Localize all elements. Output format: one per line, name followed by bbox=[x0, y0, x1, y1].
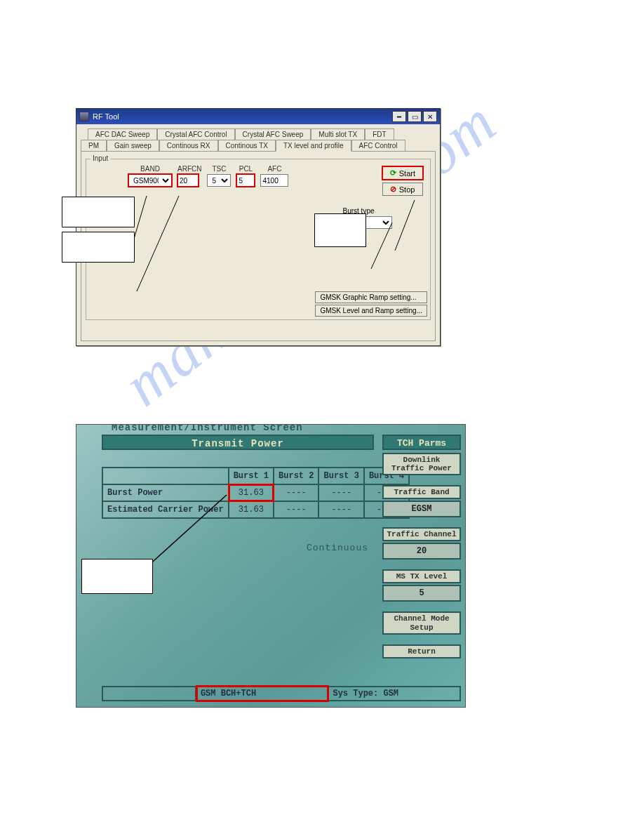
softkey-traffic-band[interactable]: Traffic Band bbox=[382, 485, 461, 499]
tab-afc-dac-sweep[interactable]: AFC DAC Sweep bbox=[88, 128, 157, 140]
tab-tx-level-profile[interactable]: TX level and profile bbox=[276, 140, 351, 152]
softkey-dl-traffic-power[interactable]: Downlink Traffic Power bbox=[382, 453, 461, 475]
softkey-return[interactable]: Return bbox=[382, 644, 461, 658]
tsc-select[interactable]: 5 bbox=[207, 174, 231, 187]
col-burst2: Burst 2 bbox=[274, 468, 318, 484]
tab-crystal-afc-sweep[interactable]: Crystal AFC Sweep bbox=[235, 128, 311, 140]
svg-line-3 bbox=[395, 200, 415, 251]
burst-power-b2: ---- bbox=[274, 484, 318, 501]
table-row: Estimated Carrier Power 31.63 ---- ---- … bbox=[102, 501, 409, 518]
close-button[interactable]: ✕ bbox=[423, 111, 437, 122]
ms-tx-level-value: 5 bbox=[382, 585, 461, 602]
status-cell-empty bbox=[102, 686, 196, 701]
start-button-label: Start bbox=[399, 169, 415, 178]
screen-header: Measurement/Instrument Screen bbox=[112, 424, 303, 433]
label-afc: AFC bbox=[260, 165, 288, 173]
tab-crystal-afc-control[interactable]: Crystal AFC Control bbox=[157, 128, 234, 140]
row-est-carrier-name: Estimated Carrier Power bbox=[102, 501, 229, 518]
gmsk-graphic-ramp-button[interactable]: GMSK Graphic Ramp setting... bbox=[315, 291, 427, 303]
groupbox-input: Input BAND GSM900 ARFCN bbox=[86, 159, 431, 320]
groupbox-input-title: Input bbox=[90, 154, 110, 162]
field-tsc: TSC 5 bbox=[207, 165, 231, 187]
transmit-power-table: Burst 1 Burst 2 Burst 3 Burst 4 Burst Po… bbox=[102, 467, 410, 519]
field-afc: AFC bbox=[260, 165, 288, 187]
field-pcl: PCL bbox=[236, 165, 255, 187]
table-row: Burst Power 31.63 ---- ---- ---- bbox=[102, 484, 409, 501]
col-burst3: Burst 3 bbox=[318, 468, 363, 484]
stop-button[interactable]: ⊘ Stop bbox=[382, 183, 423, 196]
est-carrier-b1: 31.63 bbox=[229, 501, 274, 518]
callout-box-1 bbox=[62, 197, 135, 227]
window-title: RF Tool bbox=[93, 112, 119, 121]
titlebar: RF Tool ━ ▭ ✕ bbox=[76, 109, 440, 124]
label-pcl: PCL bbox=[236, 165, 255, 173]
refresh-icon: ⟳ bbox=[390, 168, 396, 178]
softkey-traffic-channel[interactable]: Traffic Channel bbox=[382, 527, 461, 541]
est-carrier-b3: ---- bbox=[318, 501, 363, 518]
row-burst-power-name: Burst Power bbox=[102, 484, 229, 501]
traffic-channel-value: 20 bbox=[382, 543, 461, 560]
arfcn-input[interactable] bbox=[177, 174, 199, 187]
tab-gain-sweep[interactable]: Gain sweep bbox=[107, 140, 159, 151]
label-arfcn: ARFCN bbox=[177, 165, 201, 173]
panel-title: Transmit Power bbox=[102, 435, 374, 450]
tab-fdt[interactable]: FDT bbox=[365, 128, 394, 140]
tab-pm[interactable]: PM bbox=[81, 140, 107, 151]
status-sys-type: Sys Type: GSM bbox=[328, 686, 461, 701]
afc-input[interactable] bbox=[260, 174, 288, 187]
stop-button-label: Stop bbox=[399, 185, 415, 194]
svg-line-2 bbox=[371, 223, 392, 269]
callout-box-4 bbox=[81, 559, 153, 594]
tab-multi-slot-tx[interactable]: Multi slot TX bbox=[311, 128, 365, 140]
svg-line-1 bbox=[137, 196, 179, 291]
softkey-ms-tx-level[interactable]: MS TX Level bbox=[382, 569, 461, 583]
est-carrier-b2: ---- bbox=[274, 501, 318, 518]
label-tsc: TSC bbox=[207, 165, 231, 173]
stop-icon: ⊘ bbox=[390, 185, 396, 194]
minimize-button[interactable]: ━ bbox=[392, 111, 406, 122]
col-burst1: Burst 1 bbox=[229, 468, 274, 484]
status-bar: GSM BCH+TCH Sys Type: GSM bbox=[102, 686, 461, 701]
traffic-band-value: EGSM bbox=[382, 501, 461, 517]
callout-box-3 bbox=[314, 213, 366, 247]
tab-continous-rx[interactable]: Continous RX bbox=[159, 140, 218, 151]
callout-box-2 bbox=[62, 232, 135, 263]
app-icon bbox=[79, 112, 89, 121]
tab-continous-tx[interactable]: Continous TX bbox=[218, 140, 276, 151]
gmsk-level-ramp-button[interactable]: GMSK Level and Ramp setting... bbox=[315, 305, 427, 317]
status-mode: GSM BCH+TCH bbox=[196, 686, 329, 701]
burst-power-b1: 31.63 bbox=[229, 484, 274, 501]
maximize-button[interactable]: ▭ bbox=[408, 111, 422, 122]
field-band: BAND GSM900 bbox=[128, 165, 172, 187]
burst-power-b3: ---- bbox=[318, 484, 363, 501]
start-button[interactable]: ⟳ Start bbox=[382, 166, 423, 180]
band-select[interactable]: GSM900 bbox=[128, 174, 172, 187]
pcl-input[interactable] bbox=[236, 174, 255, 187]
label-band: BAND bbox=[128, 165, 172, 173]
field-arfcn: ARFCN bbox=[177, 165, 201, 187]
softkey-channel-mode-setup[interactable]: Channel Mode Setup bbox=[382, 611, 461, 634]
side-title: TCH Parms bbox=[382, 435, 461, 450]
tab-afc-control[interactable]: AFC Control bbox=[351, 140, 405, 151]
mode-label: Continuous bbox=[307, 543, 368, 553]
